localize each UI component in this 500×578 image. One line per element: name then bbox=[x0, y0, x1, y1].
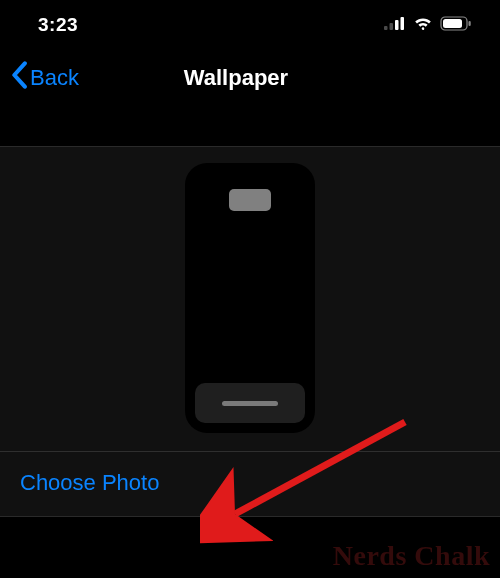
wallpaper-section: Choose Photo bbox=[0, 146, 500, 517]
chevron-left-icon bbox=[10, 61, 30, 95]
svg-rect-5 bbox=[443, 19, 462, 28]
back-button[interactable]: Back bbox=[10, 61, 79, 95]
svg-rect-0 bbox=[384, 26, 388, 30]
status-indicators bbox=[384, 16, 472, 35]
watermark: Nerds Chalk bbox=[333, 540, 490, 572]
back-label: Back bbox=[30, 65, 79, 91]
wifi-icon bbox=[413, 16, 433, 35]
phone-notch bbox=[229, 189, 271, 211]
phone-preview[interactable] bbox=[185, 163, 315, 433]
svg-rect-6 bbox=[469, 21, 471, 26]
battery-icon bbox=[440, 16, 472, 35]
choose-photo-link[interactable]: Choose Photo bbox=[20, 470, 159, 495]
choose-photo-row[interactable]: Choose Photo bbox=[0, 452, 500, 516]
nav-bar: Back Wallpaper bbox=[0, 50, 500, 106]
status-time: 3:23 bbox=[38, 14, 78, 36]
wallpaper-preview-row bbox=[0, 147, 500, 452]
svg-rect-1 bbox=[390, 23, 394, 30]
svg-rect-2 bbox=[395, 20, 399, 30]
home-indicator-icon bbox=[222, 401, 278, 406]
svg-rect-3 bbox=[401, 17, 405, 30]
cellular-icon bbox=[384, 16, 406, 34]
status-bar: 3:23 bbox=[0, 0, 500, 50]
phone-home-area bbox=[195, 383, 305, 423]
